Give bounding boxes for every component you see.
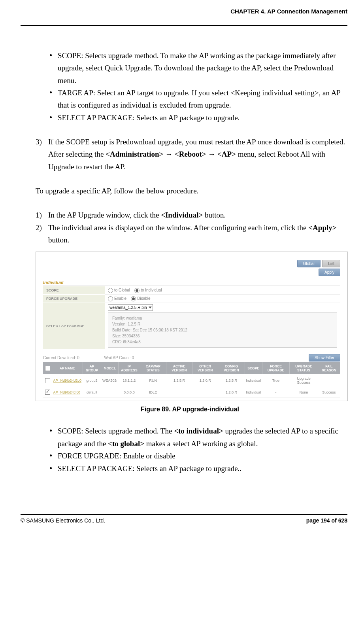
- step-number: 1): [36, 209, 48, 221]
- radio-enable[interactable]: [108, 296, 113, 301]
- show-filter-button[interactable]: Show Filter: [309, 354, 340, 362]
- package-select[interactable]: weafama_1.2.5.R.bin: [108, 304, 153, 311]
- cell: WEA302i: [101, 374, 119, 387]
- row-checkbox[interactable]: [45, 378, 50, 383]
- radio-to-individual[interactable]: [134, 288, 140, 293]
- cell: group2: [83, 374, 101, 387]
- radio-label: Disable: [137, 296, 150, 301]
- step-number: 2): [36, 221, 48, 246]
- count-wait-ap: Wait AP Count: 0: [104, 356, 134, 360]
- col-fail-reason: FAIL REASON: [318, 362, 340, 374]
- col-scope: SCOPE: [245, 362, 262, 374]
- cell: Upgrade Success: [290, 374, 318, 387]
- table-row: AP_f4d9fb24d2c0 group2 WEA302i 18.1.1.2 …: [43, 374, 340, 387]
- page-footer: © SAMSUNG Electronics Co., Ltd. page 194…: [21, 514, 347, 524]
- numbered-step-3: 3) If the SCOPE setup is Predownload upg…: [32, 136, 347, 173]
- cell: 0.0.0.0: [119, 387, 140, 398]
- table-row: AP_f4d9fb24cfc0 default 0.0.0.0 IDLE 1.2…: [43, 387, 340, 398]
- bold-run: <to individual>: [174, 427, 223, 435]
- label-force-upgrade: FORCE UPGRADE: [43, 295, 105, 303]
- text-run: The individual area is displayed on the …: [48, 223, 308, 232]
- global-button[interactable]: Global: [297, 260, 321, 267]
- text-run: makes a select AP working as global.: [144, 439, 258, 448]
- row-checkbox[interactable]: [45, 390, 50, 395]
- info-line: Build Date: Sat Dec 15 06:00:18 KST 2012: [112, 327, 333, 333]
- form-table: SCOPE to Global to Individual FORCE UPGR…: [43, 286, 340, 349]
- bullet-list-1: SCOPE: Selects upgrade method. To make t…: [32, 49, 347, 124]
- col-ap-name: AP NAME: [52, 362, 83, 374]
- numbered-step-2: 2) The individual area is displayed on t…: [32, 221, 347, 246]
- ap-link[interactable]: AP_f4d9fb24cfc0: [53, 390, 81, 394]
- section-title-individual: Individual: [43, 280, 340, 286]
- cell: 1.2.0.R: [218, 387, 245, 398]
- step-text: The individual area is displayed on the …: [48, 221, 347, 246]
- info-line: CRC: 6b34e4a8: [112, 339, 333, 345]
- bullet-item: SCOPE: Selects upgrade method. The <to i…: [50, 425, 347, 450]
- cell: [192, 387, 218, 398]
- footer-copyright: © SAMSUNG Electronics Co., Ltd.: [21, 517, 105, 524]
- footer-page-number: page 194 of 628: [306, 517, 347, 524]
- cell: 1.2.0.R: [192, 374, 218, 387]
- text-run: In the AP Upgrade window, click the: [48, 211, 161, 219]
- cell: default: [83, 387, 101, 398]
- cell: [318, 374, 340, 387]
- bullet-list-2: SCOPE: Selects upgrade method. The <to i…: [32, 425, 347, 474]
- radio-label: Enable: [114, 296, 126, 301]
- col-capwap: CAPWAP STATUS: [140, 362, 166, 374]
- info-line: Size: 35934336: [112, 333, 333, 339]
- cell: 1.2.5.R: [218, 374, 245, 387]
- apply-button[interactable]: Apply: [319, 269, 340, 276]
- text-run: button.: [203, 211, 226, 219]
- bullet-item: TARGE AP: Select an AP target to upgrade…: [50, 87, 347, 112]
- ap-grid: AP NAME AP GROUP MODEL IP ADDRESS CAPWAP…: [43, 362, 340, 398]
- arrow-icon: →: [163, 150, 175, 158]
- col-upgrade-status: UPGRADE STATUS: [290, 362, 318, 374]
- bullet-item: SCOPE: Selects upgrade method. To make t…: [50, 49, 347, 87]
- radio-label: to Global: [114, 288, 130, 292]
- cell: True: [262, 374, 290, 387]
- col-config-ver: CONFIG VERSION: [218, 362, 245, 374]
- bold-run: <Reboot>: [175, 150, 206, 158]
- bullet-item: SELECT AP PACKAGE: Selects an AP package…: [50, 462, 347, 475]
- cell: None: [290, 387, 318, 398]
- cell: 18.1.1.2: [119, 374, 140, 387]
- screenshot-figure: Global List Apply Individual SCOPE to Gl…: [36, 252, 348, 401]
- step-number: 3): [36, 136, 48, 173]
- info-line: Version: 1.2.5.R: [112, 321, 333, 327]
- bold-run: <Apply>: [308, 223, 336, 232]
- checkbox-all[interactable]: [45, 366, 50, 371]
- text-run: SCOPE: Selects upgrade method. The: [58, 427, 174, 435]
- radio-disable[interactable]: [131, 296, 136, 301]
- cell: [101, 387, 119, 398]
- list-button[interactable]: List: [322, 260, 340, 267]
- label-select-package: SELECT AP PACKAGE: [43, 303, 105, 349]
- cell: [166, 387, 192, 398]
- bold-run: <AP>: [217, 150, 236, 158]
- ap-link[interactable]: AP_f4d9fb24d2c0: [53, 379, 82, 382]
- package-info-box: Family: weafama Version: 1.2.5.R Build D…: [108, 312, 337, 348]
- label-scope: SCOPE: [43, 286, 105, 295]
- cell: Individual: [245, 387, 262, 398]
- radio-label: to Individual: [141, 288, 162, 292]
- cell: RUN: [140, 374, 166, 387]
- chapter-header: CHAPTER 4. AP Connection Management: [21, 8, 347, 15]
- col-ap-group: AP GROUP: [83, 362, 101, 374]
- count-current-download: Current Download: 0: [43, 356, 79, 360]
- col-model: MODEL: [101, 362, 119, 374]
- col-ip: IP ADDRESS: [119, 362, 140, 374]
- bold-run: <Individual>: [161, 211, 203, 219]
- bullet-item: SELECT AP PACKAGE: Selects an AP package…: [50, 112, 347, 124]
- bullet-item: FORCE UPGRADE: Enable or disable: [50, 450, 347, 462]
- paragraph: To upgrade a specific AP, follow the bel…: [36, 185, 347, 197]
- col-force-upgrade: FORCE UPGRADE: [262, 362, 290, 374]
- step-text: In the AP Upgrade window, click the <Ind…: [48, 209, 347, 221]
- col-active-ver: ACTIVE VERSION: [166, 362, 192, 374]
- numbered-step-1: 1) In the AP Upgrade window, click the <…: [32, 209, 347, 221]
- radio-to-global[interactable]: [108, 288, 113, 293]
- cell: IDLE: [140, 387, 166, 398]
- text-run: button.: [48, 236, 69, 244]
- cell: Individual: [245, 374, 262, 387]
- bold-run: <Administration>: [106, 150, 163, 158]
- col-other-ver: OTHER VERSION: [192, 362, 218, 374]
- cell: 1.2.5.R: [166, 374, 192, 387]
